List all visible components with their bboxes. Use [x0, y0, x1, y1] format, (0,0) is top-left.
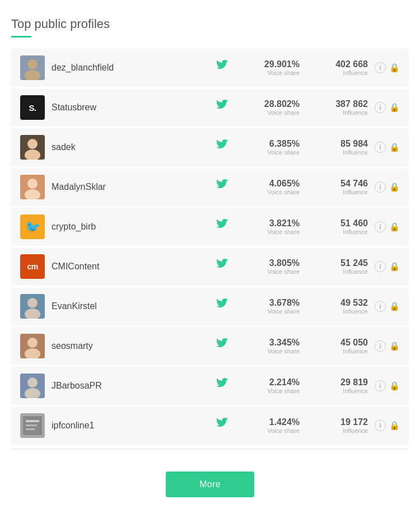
- twitter-icon: [213, 139, 231, 155]
- profile-username: CMIContent: [52, 262, 207, 272]
- profile-actions: i 🔒: [375, 221, 400, 232]
- svg-point-18: [27, 377, 38, 388]
- lock-icon[interactable]: 🔒: [389, 102, 400, 113]
- voice-share-value: 4.065%: [238, 179, 300, 189]
- influence-block: 387 862Influence: [306, 99, 368, 116]
- avatar: [20, 294, 45, 319]
- lock-icon[interactable]: 🔒: [389, 142, 400, 152]
- influence-value: 19 172: [306, 417, 368, 427]
- influence-label: Influence: [306, 268, 368, 275]
- influence-block: 85 984Influence: [306, 139, 368, 156]
- lock-icon[interactable]: 🔒: [389, 381, 400, 391]
- profile-row: ipfconline1 1.424%Voice share19 172Influ…: [11, 407, 409, 446]
- voice-share-label: Voice share: [238, 388, 300, 394]
- info-button[interactable]: i: [375, 181, 386, 193]
- divider: [11, 449, 409, 449]
- profile-username: MadalynSklar: [52, 182, 207, 192]
- profile-actions: i 🔒: [375, 380, 400, 391]
- profile-actions: i 🔒: [375, 340, 400, 352]
- voice-share-block: 4.065%Voice share: [238, 179, 300, 195]
- avatar: [20, 374, 45, 398]
- avatar: [20, 413, 45, 438]
- avatar: [20, 55, 45, 80]
- influence-block: 45 050Influence: [306, 338, 368, 354]
- voice-share-label: Voice share: [238, 308, 300, 315]
- influence-label: Influence: [306, 69, 368, 76]
- info-button[interactable]: i: [375, 261, 386, 272]
- twitter-icon: [213, 179, 231, 195]
- lock-icon[interactable]: 🔒: [389, 421, 400, 431]
- info-button[interactable]: i: [375, 380, 386, 391]
- influence-block: 29 819Influence: [306, 377, 368, 394]
- info-button[interactable]: i: [375, 221, 386, 232]
- profile-row: seosmarty 3.345%Voice share45 050Influen…: [11, 327, 409, 367]
- profile-username: seosmarty: [52, 341, 207, 351]
- profile-row: sadek 6.385%Voice share85 984Influence i…: [11, 128, 409, 168]
- profile-username: crypto_birb: [52, 222, 207, 232]
- influence-label: Influence: [306, 427, 368, 434]
- profile-username: dez_blanchfield: [52, 63, 207, 73]
- svg-rect-22: [26, 420, 39, 422]
- more-button[interactable]: More: [166, 472, 254, 497]
- profile-username: Statusbrew: [52, 102, 207, 113]
- influence-label: Influence: [306, 189, 368, 195]
- voice-share-block: 3.345%Voice share: [238, 338, 300, 354]
- profile-row: 🐦crypto_birb 3.821%Voice share51 460Infl…: [11, 208, 409, 248]
- profile-actions: i 🔒: [375, 62, 400, 73]
- svg-rect-24: [26, 428, 35, 430]
- info-button[interactable]: i: [375, 340, 386, 352]
- svg-point-12: [27, 298, 38, 308]
- influence-label: Influence: [306, 348, 368, 354]
- info-button[interactable]: i: [375, 62, 386, 73]
- profile-row: MadalynSklar 4.065%Voice share54 746Infl…: [11, 168, 409, 208]
- lock-icon[interactable]: 🔒: [389, 63, 400, 73]
- influence-block: 402 668Influence: [306, 59, 368, 76]
- avatar: [20, 334, 45, 358]
- voice-share-block: 28.802%Voice share: [238, 99, 300, 116]
- influence-value: 387 862: [306, 99, 368, 109]
- lock-icon[interactable]: 🔒: [389, 341, 400, 351]
- voice-share-block: 2.214%Voice share: [238, 377, 300, 394]
- voice-share-value: 1.424%: [238, 417, 300, 427]
- voice-share-label: Voice share: [238, 109, 300, 116]
- profile-actions: i 🔒: [375, 142, 400, 153]
- profile-actions: i 🔒: [375, 261, 400, 272]
- lock-icon[interactable]: 🔒: [389, 262, 400, 272]
- lock-icon[interactable]: 🔒: [389, 182, 400, 192]
- voice-share-label: Voice share: [238, 149, 300, 156]
- info-button[interactable]: i: [375, 301, 386, 312]
- twitter-icon: [213, 60, 231, 76]
- avatar: 🐦: [20, 214, 45, 239]
- voice-share-label: Voice share: [238, 268, 300, 275]
- voice-share-value: 3.678%: [238, 298, 300, 308]
- profile-row: dez_blanchfield 29.901%Voice share402 66…: [11, 49, 409, 88]
- svg-point-15: [27, 338, 38, 348]
- avatar: S.: [20, 95, 45, 120]
- info-button[interactable]: i: [375, 420, 386, 431]
- info-button[interactable]: i: [375, 142, 386, 153]
- influence-value: 45 050: [306, 338, 368, 348]
- profile-row: JBarbosaPR 2.214%Voice share29 819Influe…: [11, 367, 409, 407]
- voice-share-label: Voice share: [238, 427, 300, 434]
- influence-label: Influence: [306, 149, 368, 156]
- profile-actions: i 🔒: [375, 301, 400, 312]
- lock-icon[interactable]: 🔒: [389, 301, 400, 311]
- lock-icon[interactable]: 🔒: [389, 222, 400, 232]
- influence-value: 29 819: [306, 377, 368, 388]
- info-button[interactable]: i: [375, 102, 386, 113]
- voice-share-block: 3.678%Voice share: [238, 298, 300, 315]
- influence-value: 85 984: [306, 139, 368, 149]
- svg-point-4: [27, 139, 38, 149]
- voice-share-value: 3.821%: [238, 218, 300, 228]
- twitter-icon: [213, 259, 231, 274]
- influence-label: Influence: [306, 228, 368, 235]
- twitter-icon: [213, 298, 231, 314]
- influence-label: Influence: [306, 308, 368, 315]
- voice-share-label: Voice share: [238, 69, 300, 76]
- voice-share-block: 3.821%Voice share: [238, 218, 300, 235]
- title-underline: [11, 36, 31, 38]
- page-title: Top public profiles: [11, 17, 409, 31]
- voice-share-value: 6.385%: [238, 139, 300, 149]
- voice-share-block: 29.901%Voice share: [238, 59, 300, 76]
- profile-actions: i 🔒: [375, 102, 400, 113]
